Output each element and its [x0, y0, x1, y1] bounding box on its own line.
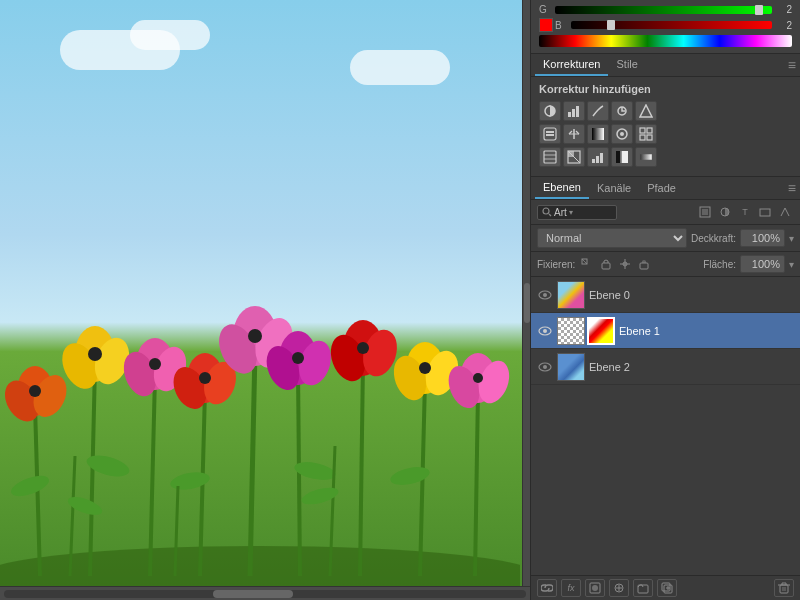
filter-type-icon[interactable]: T: [736, 203, 754, 221]
layers-filter-icons: T: [696, 203, 794, 221]
canvas-image: [0, 0, 530, 586]
filter-search-icon: [542, 207, 552, 217]
svg-rect-84: [596, 156, 599, 163]
b-color-row: B 2: [539, 18, 792, 32]
layer-item-0[interactable]: Ebene 0: [531, 277, 800, 313]
svg-rect-76: [640, 135, 645, 140]
svg-rect-86: [616, 151, 621, 163]
layers-tab-bar: Ebenen Kanäle Pfade ≡: [531, 177, 800, 200]
tab-ebenen[interactable]: Ebenen: [535, 177, 589, 199]
tab-kanaele[interactable]: Kanäle: [589, 178, 639, 198]
svg-rect-60: [572, 109, 575, 117]
b-slider-track[interactable]: [571, 21, 772, 29]
new-layer-button[interactable]: [657, 579, 677, 597]
scrollbar-thumb[interactable]: [213, 590, 293, 598]
svg-rect-66: [546, 134, 554, 136]
bw-icon[interactable]: [587, 124, 609, 144]
svg-point-108: [543, 365, 547, 369]
b-slider-thumb[interactable]: [607, 20, 615, 30]
layer-thumb-1b: [587, 317, 615, 345]
color-spectrum-bar[interactable]: [539, 35, 792, 47]
invert-icon[interactable]: [563, 147, 585, 167]
svg-point-50: [199, 372, 211, 384]
tab-korrekturen[interactable]: Korrekturen: [535, 54, 608, 76]
exposure-icon[interactable]: [611, 101, 633, 121]
photo-filter-icon[interactable]: [611, 124, 633, 144]
posterize-icon[interactable]: [587, 147, 609, 167]
filter-dropdown-arrow[interactable]: ▾: [569, 208, 573, 217]
layer-item-1[interactable]: Ebene 1: [531, 313, 800, 349]
opacity-dropdown[interactable]: ▾: [789, 233, 794, 244]
svg-line-20: [250, 351, 255, 576]
brightness-contrast-icon[interactable]: [539, 101, 561, 121]
svg-rect-85: [600, 153, 603, 163]
fix-transparent-icon[interactable]: [579, 256, 595, 272]
layer-visibility-1[interactable]: [537, 323, 553, 339]
canvas-area: [0, 0, 530, 600]
right-panel: G 2 B 2 Korrekturen: [530, 0, 800, 600]
svg-point-55: [473, 373, 483, 383]
tab-pfade[interactable]: Pfade: [639, 178, 684, 198]
layers-panel-menu[interactable]: ≡: [788, 180, 796, 196]
fx-button[interactable]: fx: [561, 579, 581, 597]
svg-marker-63: [640, 105, 652, 117]
svg-point-106: [543, 329, 547, 333]
svg-rect-102: [640, 263, 648, 269]
opacity-input[interactable]: [740, 229, 785, 247]
fix-pixel-icon[interactable]: [598, 256, 614, 272]
link-layers-button[interactable]: [537, 579, 557, 597]
filter-smart-icon[interactable]: [776, 203, 794, 221]
vibrance-icon[interactable]: [635, 101, 657, 121]
curves-icon[interactable]: [587, 101, 609, 121]
filter-pixel-icon[interactable]: [696, 203, 714, 221]
canvas-scrollbar-v[interactable]: [522, 0, 530, 586]
balance-icon[interactable]: [563, 124, 585, 144]
layer-item-2[interactable]: Ebene 2: [531, 349, 800, 385]
svg-rect-87: [622, 151, 628, 163]
svg-rect-82: [568, 151, 574, 157]
lookup-icon[interactable]: [539, 147, 561, 167]
threshold-icon[interactable]: [611, 147, 633, 167]
fix-artboard-icon[interactable]: [636, 256, 652, 272]
svg-point-0: [0, 546, 520, 586]
layer-filter-box[interactable]: Art ▾: [537, 205, 617, 220]
fix-position-icon[interactable]: [617, 256, 633, 272]
svg-line-38: [475, 391, 478, 576]
b-label-swatch: [539, 18, 551, 32]
flaeche-dropdown[interactable]: ▾: [789, 259, 794, 270]
b-label: B: [555, 20, 567, 31]
b-value: 2: [776, 20, 792, 31]
svg-point-90: [543, 208, 549, 214]
layer-visibility-2[interactable]: [537, 359, 553, 375]
layer-visibility-0[interactable]: [537, 287, 553, 303]
svg-rect-74: [640, 128, 645, 133]
add-mask-button[interactable]: [585, 579, 605, 597]
blend-mode-select[interactable]: Normal: [537, 228, 687, 248]
layer-name-2: Ebene 2: [589, 361, 794, 373]
svg-line-11: [150, 376, 155, 576]
channel-mixer-icon[interactable]: [635, 124, 657, 144]
panel-menu-button[interactable]: ≡: [788, 57, 796, 73]
svg-rect-116: [662, 583, 670, 591]
cloud-decoration: [350, 50, 450, 85]
delete-layer-button[interactable]: [774, 579, 794, 597]
g-slider-track[interactable]: [555, 6, 772, 14]
levels-icon[interactable]: [563, 101, 585, 121]
scrollbar-track[interactable]: [4, 590, 526, 598]
korrekturen-icons-row1: [539, 101, 792, 121]
g-slider-thumb[interactable]: [755, 5, 763, 15]
gradient-map-icon[interactable]: [635, 147, 657, 167]
canvas-h-scrollbar[interactable]: [0, 586, 530, 600]
layer-name-0: Ebene 0: [589, 289, 794, 301]
hsl-icon[interactable]: [539, 124, 561, 144]
filter-adjustments-icon[interactable]: [716, 203, 734, 221]
filter-shape-icon[interactable]: [756, 203, 774, 221]
new-fill-layer-button[interactable]: [609, 579, 629, 597]
new-group-button[interactable]: [633, 579, 653, 597]
flaeche-input[interactable]: [740, 255, 785, 273]
svg-line-6: [90, 366, 95, 576]
b-color-swatch: [539, 18, 553, 32]
layers-list: Ebene 0 Ebene 1: [531, 277, 800, 575]
tab-stile[interactable]: Stile: [608, 54, 645, 76]
svg-rect-89: [640, 154, 652, 160]
